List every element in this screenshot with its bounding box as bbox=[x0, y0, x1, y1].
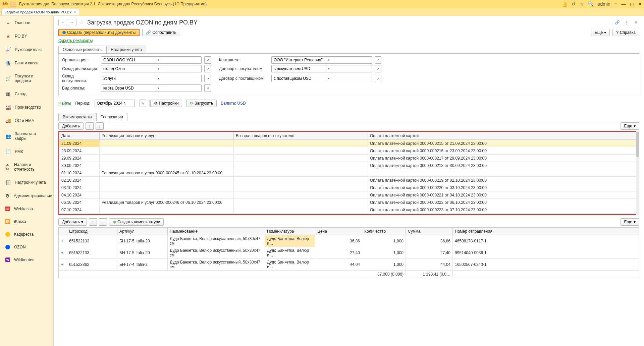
table-row[interactable]: + 651522133 БН-17-5 Italia-20 Дудо Банке… bbox=[59, 247, 639, 259]
cell-return[interactable] bbox=[234, 184, 368, 191]
sidebar-item-sales[interactable]: 🛒Покупки и продажи bbox=[0, 70, 53, 87]
scrollbar[interactable] bbox=[636, 131, 639, 215]
cell-return[interactable] bbox=[234, 155, 368, 162]
nav-forward-button[interactable]: → bbox=[68, 19, 76, 26]
cell-realization[interactable] bbox=[100, 162, 234, 169]
cell-payment[interactable] bbox=[368, 169, 639, 177]
more-table2-button[interactable]: Еще ▾ bbox=[621, 218, 639, 226]
dogovor-post-value[interactable] bbox=[272, 75, 326, 82]
table-row[interactable]: 02.10.2024 Оплата платежной картой 0000-… bbox=[59, 177, 639, 184]
org-value[interactable] bbox=[101, 57, 156, 63]
cell-date[interactable]: 03.10.2024 bbox=[59, 184, 100, 191]
realizations-table[interactable]: Дата Реализация товаров и услуг Возврат … bbox=[59, 132, 639, 214]
cell-realization[interactable] bbox=[100, 177, 234, 184]
sidebar-item-admin[interactable]: ⚙Администрирование bbox=[0, 189, 53, 203]
cell-payment[interactable]: Оплата платежной картой 0000-000219 от 0… bbox=[368, 177, 639, 184]
cell-nomen[interactable]: Дудо Банкетка, Велюр и… bbox=[265, 235, 315, 247]
cell-realization[interactable] bbox=[100, 206, 234, 214]
table-row[interactable]: 30.09.2024 Оплата платежной картой 0000-… bbox=[59, 162, 639, 169]
compare-button[interactable]: 🔗Сопоставить bbox=[142, 29, 180, 36]
open-ref-button[interactable]: ↗ bbox=[204, 75, 211, 82]
favorite-star-icon[interactable]: ☆ bbox=[79, 19, 85, 26]
cell-price[interactable]: 27,40 bbox=[315, 247, 362, 259]
col-nomen[interactable]: Номенклатура bbox=[265, 228, 315, 235]
chevron-down-icon[interactable]: ▾ bbox=[156, 85, 161, 92]
cell-nomen[interactable]: Дудо Банкетка, Велюр и… bbox=[265, 247, 315, 259]
org-input[interactable]: ▾ bbox=[101, 56, 202, 64]
sidebar-item-manager[interactable]: 📈Руководителю bbox=[0, 43, 53, 56]
cell-realization[interactable] bbox=[100, 147, 234, 155]
chevron-down-icon[interactable]: ▾ bbox=[326, 65, 331, 72]
vid-oplaty-input[interactable]: ▾ bbox=[101, 84, 202, 92]
cell-realization[interactable] bbox=[100, 191, 234, 199]
cell-return[interactable] bbox=[234, 199, 368, 206]
tab-main-requisites[interactable]: Основные реквизиты bbox=[58, 46, 107, 53]
items-table[interactable]: Штрихкод Артикул Наименование Номенклату… bbox=[59, 227, 639, 278]
sidebar-item-kaffesta[interactable]: Каффеста bbox=[0, 228, 53, 241]
sidebar-item-ikassa[interactable]: KiKassa bbox=[0, 215, 53, 228]
col-realization[interactable]: Реализация товаров и услуг bbox=[100, 132, 234, 140]
col-price[interactable]: Цена bbox=[315, 228, 362, 235]
period-select-button[interactable]: ⇆ bbox=[140, 100, 146, 107]
help-button[interactable]: ? Справка bbox=[612, 29, 639, 36]
sklad-real-input[interactable]: ▾ bbox=[101, 65, 202, 72]
cell-return[interactable] bbox=[234, 147, 368, 155]
sidebar-item-salary[interactable]: 👥Зарплата и кадры bbox=[0, 127, 53, 145]
cell-realization[interactable]: Реализация товаров и услуг 0000-000245 о… bbox=[100, 169, 234, 177]
cell-ship[interactable]: 99514040-0036-1 bbox=[453, 247, 639, 259]
settings-button[interactable]: ⚙Настройки bbox=[150, 100, 182, 107]
create-documents-button[interactable]: Создать (перезаполнить) документы bbox=[58, 29, 140, 36]
cell-date[interactable]: 06.10.2024 bbox=[59, 199, 100, 206]
close-page-icon[interactable]: ✕ bbox=[633, 19, 639, 26]
close-window-icon[interactable]: ✕ bbox=[638, 1, 642, 7]
search-icon[interactable]: 🔍 bbox=[588, 1, 594, 7]
minimize-icon[interactable]: — bbox=[621, 1, 626, 7]
cell-sum[interactable]: 36,86 bbox=[406, 235, 453, 247]
dogovor-pok-value[interactable] bbox=[272, 65, 326, 72]
cell-payment[interactable]: Оплата платежной картой 0000-000216 от 2… bbox=[368, 147, 639, 155]
cell-price[interactable]: 44,04 bbox=[315, 259, 362, 271]
cell-realization[interactable]: Реализация товаров и услуг 0000-000246 о… bbox=[100, 199, 234, 206]
cell-sum[interactable]: 27,40 bbox=[406, 247, 453, 259]
dogovor-pok-input[interactable]: ▾ bbox=[271, 65, 372, 72]
vid-oplaty-value[interactable] bbox=[101, 85, 156, 92]
col-date[interactable]: Дата bbox=[59, 132, 100, 140]
load-button[interactable]: ⟳Загрузить bbox=[186, 100, 217, 107]
cell-barcode[interactable]: 651523862 bbox=[67, 259, 117, 271]
sidebar-item-webkassa[interactable]: ШWebkassa bbox=[0, 203, 53, 215]
col-name[interactable]: Наименование bbox=[168, 228, 265, 235]
cell-date[interactable]: 30.09.2024 bbox=[59, 162, 100, 169]
move-down-button[interactable]: ↓ bbox=[96, 122, 104, 130]
col-qty[interactable]: Количество bbox=[362, 228, 406, 235]
cell-return[interactable] bbox=[234, 169, 368, 177]
tab-realizations[interactable]: Реализации bbox=[96, 113, 127, 121]
open-ref-button[interactable]: ↗ bbox=[204, 56, 211, 64]
kontragent-input[interactable]: ▾ bbox=[271, 56, 372, 64]
col-payment[interactable]: Оплата платежной картой bbox=[368, 132, 639, 140]
dogovor-post-input[interactable]: ▾ bbox=[271, 75, 372, 82]
cell-payment[interactable]: Оплата платежной картой 0000-000218 от 3… bbox=[368, 162, 639, 169]
kontragent-value[interactable] bbox=[272, 57, 326, 63]
add-row-button[interactable]: Добавить bbox=[58, 122, 84, 130]
cell-name[interactable]: Дудо Банкетка, Велюр искусственный, 50x3… bbox=[168, 247, 265, 259]
cell-payment[interactable]: Оплата платежной картой 0000-000220 от 0… bbox=[368, 184, 639, 191]
table-row[interactable]: + 651522133 БН-17-5 Italia-20 Дудо Банке… bbox=[59, 235, 639, 247]
col-ship[interactable]: Номер отправления bbox=[453, 228, 639, 235]
cell-return[interactable] bbox=[234, 191, 368, 199]
cell-barcode[interactable]: 651522133 bbox=[67, 247, 117, 259]
move-up-button[interactable]: ↑ bbox=[86, 122, 94, 130]
sidebar-item-main[interactable]: ≡Главное bbox=[0, 16, 53, 30]
chevron-down-icon[interactable]: ▾ bbox=[156, 57, 161, 63]
nav-back-button[interactable]: ← bbox=[58, 19, 67, 26]
cell-date[interactable]: 29.09.2024 bbox=[59, 155, 100, 162]
scroll-thumb[interactable] bbox=[636, 132, 639, 157]
add-row2-button[interactable]: Добавить ▾ bbox=[58, 218, 87, 226]
table-row[interactable]: 04.10.2024 Оплата платежной картой 0000-… bbox=[59, 191, 639, 199]
cell-date[interactable]: 23.09.2024 bbox=[59, 147, 100, 155]
cell-date[interactable]: 01.10.2024 bbox=[59, 169, 100, 177]
cell-date[interactable]: 02.10.2024 bbox=[59, 177, 100, 184]
cell-qty[interactable]: 1,000 bbox=[362, 259, 406, 271]
col-barcode[interactable]: Штрихкод bbox=[67, 228, 117, 235]
sidebar-item-settings[interactable]: 📋Настройки учета bbox=[0, 176, 53, 189]
cell-realization[interactable] bbox=[100, 140, 234, 147]
